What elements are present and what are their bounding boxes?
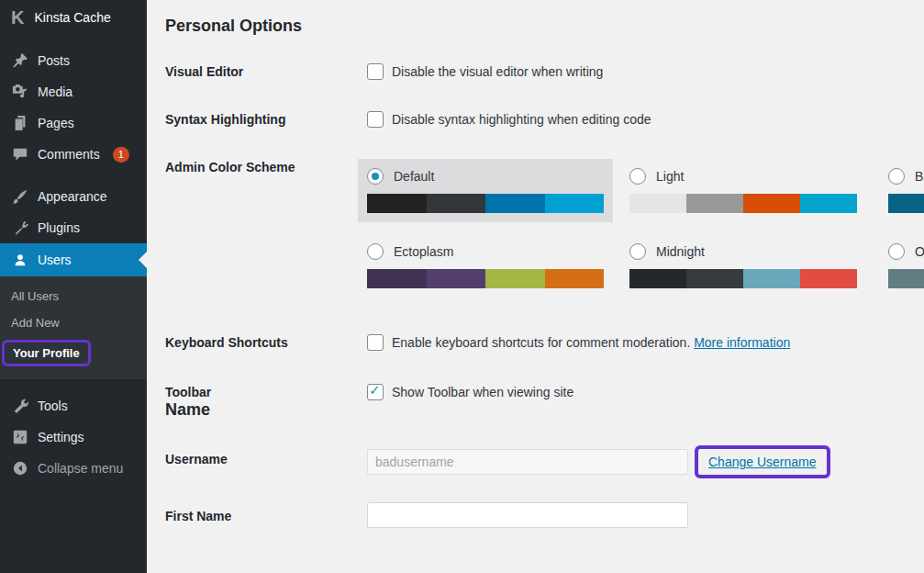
sidebar-item-label: Settings [38,430,84,444]
username-input[interactable] [367,449,688,475]
keyboard-shortcuts-checkbox[interactable] [367,334,384,351]
keyboard-shortcuts-option-text: Enable keyboard shortcuts for comment mo… [392,335,690,350]
sidebar-item-all-users[interactable]: All Users [0,283,147,309]
scheme-name: Ocean [915,244,924,259]
sidebar-item-kinsta-cache[interactable]: K Kinsta Cache [0,0,147,34]
sidebar-item-pages[interactable]: Pages [0,107,147,139]
blue-radio[interactable] [888,168,905,185]
sidebar-item-tools[interactable]: Tools [0,390,147,421]
color-scheme-blue[interactable]: Blue [879,159,924,222]
midnight-radio[interactable] [629,243,646,260]
toolbar-option-text: Show Toolbar when viewing site [392,385,573,399]
sidebar-item-media[interactable]: Media [0,76,147,107]
scheme-swatches [367,269,604,288]
sidebar-item-label: Appearance [38,189,107,204]
swatch [743,194,800,213]
plugins-icon [11,219,28,237]
sidebar-item-settings[interactable]: Settings [0,421,147,453]
comments-icon [11,146,28,163]
username-row: Username Change Username [165,445,924,478]
first-name-input[interactable] [367,502,688,528]
scheme-swatches [888,194,924,213]
appearance-icon [11,188,28,206]
scheme-name: Blue [915,169,924,184]
toolbar-label: Toolbar [165,384,367,399]
profile-page: Personal Options Visual Editor Disable t… [147,0,924,573]
sidebar-item-add-new[interactable]: Add New [0,309,147,336]
color-scheme-ectoplasm[interactable]: Ectoplasm [358,234,613,298]
admin-color-scheme-label: Admin Color Scheme [165,159,367,174]
sidebar-item-label: Users [38,253,72,267]
visual-editor-label: Visual Editor [165,63,367,79]
ectoplasm-radio[interactable] [367,243,384,260]
toolbar-row: Toolbar Show Toolbar when viewing site [165,384,924,400]
first-name-label: First Name [165,502,367,523]
highlight-box: Change Username [695,445,830,478]
sidebar-item-label: Collapse menu [38,461,123,476]
sidebar-item-plugins[interactable]: Plugins [0,212,147,243]
sidebar-item-appearance[interactable]: Appearance [0,181,147,212]
swatch [485,194,545,213]
keyboard-shortcuts-label: Keyboard Shortcuts [165,334,367,350]
color-scheme-light[interactable]: Light [620,159,866,222]
brand-label: Kinsta Cache [34,10,110,25]
scheme-name: Midnight [656,244,705,259]
syntax-highlighting-checkbox[interactable] [367,111,384,128]
change-username-link[interactable]: Change Username [708,455,817,469]
default-radio[interactable] [367,168,384,185]
sidebar-item-label: Comments [38,147,100,162]
admin-sidebar: K Kinsta Cache Posts Media Pages [0,0,147,573]
sidebar-item-collapse-menu[interactable]: Collapse menu [0,453,147,484]
swatch [800,194,857,213]
syntax-highlighting-label: Syntax Highlighting [165,111,367,127]
swatch [743,269,800,288]
swatch [427,269,486,288]
scheme-swatches [367,194,604,213]
comments-count-badge: 1 [113,147,129,163]
admin-color-scheme-row: Admin Color Scheme Default [165,159,924,298]
toolbar-checkbox[interactable] [367,384,384,400]
swatch [686,269,743,288]
swatch [545,269,605,288]
sidebar-item-users[interactable]: Users [0,243,147,276]
settings-icon [11,429,28,446]
name-heading: Name [165,400,924,420]
personal-options-heading: Personal Options [165,17,924,36]
syntax-highlighting-row: Syntax Highlighting Disable syntax highl… [165,111,924,128]
scheme-name: Light [656,169,684,184]
users-icon [11,252,28,269]
visual-editor-checkbox[interactable] [367,63,384,80]
light-radio[interactable] [629,168,646,185]
scheme-name: Default [394,169,434,184]
visual-editor-row: Visual Editor Disable the visual editor … [165,63,924,80]
sidebar-item-label: Tools [38,399,68,413]
more-information-link[interactable]: More information [694,335,790,350]
admin-menu: Posts Media Pages Comments 1 [0,45,147,484]
color-scheme-midnight[interactable]: Midnight [620,234,866,298]
swatch [629,194,686,213]
swatch [686,194,743,213]
first-name-row: First Name [165,502,924,528]
pages-icon [11,115,28,132]
scheme-swatches [629,194,857,213]
username-label: Username [165,445,367,466]
sidebar-item-label: Plugins [38,220,80,235]
keyboard-shortcuts-row: Keyboard Shortcuts Enable keyboard short… [165,334,924,351]
scheme-name: Ectoplasm [394,244,453,259]
media-icon [11,84,28,101]
highlight-box: Your Profile [2,340,91,366]
swatch [629,269,686,288]
scheme-swatches [629,269,857,288]
ocean-radio[interactable] [888,243,905,260]
swatch [888,194,924,213]
swatch [545,194,605,213]
color-scheme-default[interactable]: Default [358,159,613,222]
swatch [427,194,486,213]
visual-editor-option-text: Disable the visual editor when writing [392,64,603,79]
sidebar-item-your-profile[interactable]: Your Profile [2,340,147,366]
color-scheme-ocean[interactable]: Ocean [879,234,924,298]
swatch [888,269,924,288]
sidebar-item-comments[interactable]: Comments 1 [0,139,147,170]
pin-icon [11,52,28,70]
sidebar-item-posts[interactable]: Posts [0,45,147,76]
